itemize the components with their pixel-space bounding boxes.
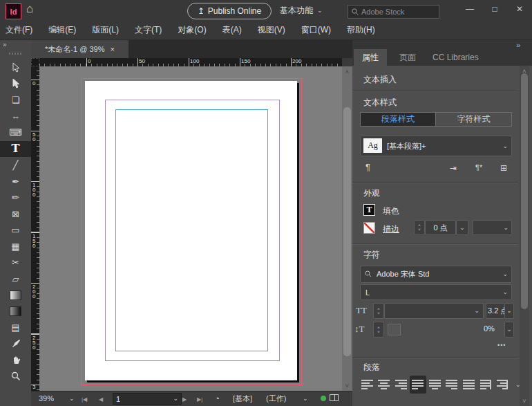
justify-last-left-button[interactable] — [410, 376, 427, 394]
selection-tool[interactable] — [0, 59, 31, 76]
tools-panel-grip[interactable] — [9, 53, 22, 55]
first-page-button[interactable]: |◀ — [82, 396, 87, 404]
preflight-chevron-icon[interactable]: ⌄ — [303, 396, 308, 402]
stroke-label[interactable]: 描边 — [383, 223, 399, 235]
scale-stepper[interactable]: ˄˅ — [373, 322, 384, 338]
tab-properties[interactable]: 属性 — [354, 49, 387, 66]
horizontal-ruler[interactable]: 0 50 100 150 200 — [39, 58, 342, 66]
zoom-level-value[interactable]: 39% — [39, 394, 54, 403]
hand-tool[interactable] — [0, 352, 31, 369]
scroll-up-icon[interactable]: ˄ — [345, 68, 349, 75]
grid-tool[interactable]: ▦ — [0, 239, 31, 255]
page-number-field[interactable]: 1 ⌄ — [113, 393, 182, 405]
preflight-profile[interactable]: [基本] — [233, 394, 252, 403]
page-tool[interactable]: ❏ — [0, 92, 31, 109]
gradient-swatch-tool[interactable] — [0, 287, 31, 304]
scissors-tool[interactable]: ✂ — [0, 255, 31, 271]
scroll-down-icon[interactable]: ˅ — [345, 382, 349, 389]
scale-chevron-button[interactable]: ⌄ — [504, 322, 514, 338]
pencil-tool[interactable]: ✏ — [0, 190, 31, 206]
align-left-button[interactable] — [359, 376, 376, 394]
leading-field[interactable]: 3.2 点 — [486, 303, 504, 319]
align-center-button[interactable] — [376, 376, 393, 394]
type-tool[interactable]: T — [0, 141, 31, 158]
preflight-gauge-icon[interactable]: ◔ — [215, 394, 220, 403]
stroke-weight-dropdown[interactable]: ⌄ — [456, 220, 468, 235]
menu-layout[interactable]: 版面(L) — [92, 24, 119, 36]
workspace-switcher[interactable]: 基本功能 ⌄ — [280, 5, 323, 17]
eyedropper-tool[interactable] — [0, 336, 31, 353]
paragraph-style-dropdown[interactable]: ⌄ [基本段落]+ — [360, 136, 512, 156]
tools-panel-expand-icon[interactable]: » — [3, 41, 7, 48]
note-tool[interactable]: ▤ — [0, 320, 31, 336]
next-page-button[interactable]: ▶ — [182, 396, 187, 404]
stroke-color-swatch[interactable] — [363, 222, 375, 234]
menu-table[interactable]: 表(A) — [222, 24, 242, 36]
publish-online-button[interactable]: ↥ Publish Online — [187, 3, 272, 19]
line-tool[interactable]: ╱ — [0, 157, 31, 174]
panel-scrollbar-thumb[interactable] — [521, 73, 528, 309]
panel-collapse-icon[interactable]: » — [516, 41, 520, 49]
character-more-options[interactable]: ••• — [497, 342, 506, 349]
stroke-weight-stepper[interactable]: ˄˅ — [414, 220, 425, 235]
maximize-button[interactable]: □ — [482, 0, 507, 18]
font-style-dropdown[interactable]: L ⌄ — [360, 284, 512, 300]
menu-window[interactable]: 窗口(W) — [301, 24, 331, 36]
canvas-scrollbar-thumb[interactable] — [343, 107, 351, 356]
paragraph-styles-toggle[interactable]: 段落样式 — [360, 112, 436, 127]
justify-last-center-button[interactable] — [426, 376, 444, 394]
font-family-dropdown[interactable]: Adobe 宋体 Std ⌄ — [360, 266, 512, 283]
stock-search-input[interactable]: Adobe Stock — [348, 5, 439, 19]
zoom-level-chevron-icon[interactable]: ⌄ — [69, 396, 75, 402]
font-size-stepper[interactable]: ˄˅ — [373, 303, 384, 319]
document-tab[interactable]: *未命名-1 @ 39% × — [31, 40, 129, 58]
create-style-icon[interactable]: ⊞ — [500, 163, 507, 173]
free-transform-tool[interactable]: ▱ — [0, 271, 31, 288]
font-size-dropdown[interactable]: ⌄ — [384, 303, 484, 319]
minimize-button[interactable]: — — [457, 0, 482, 18]
apply-next-style-icon[interactable]: ⇥ — [450, 163, 457, 173]
tab-cc-libraries[interactable]: CC Libraries — [424, 49, 487, 66]
menu-type[interactable]: 文字(T) — [135, 24, 162, 36]
zoom-tool[interactable] — [0, 369, 31, 385]
rectangle-tool[interactable]: ▭ — [0, 222, 31, 239]
text-frame[interactable] — [115, 109, 268, 351]
content-collector-tool[interactable]: ⌨ — [0, 124, 31, 141]
gap-tool[interactable]: ⇔ — [0, 109, 31, 125]
menu-object[interactable]: 对象(O) — [178, 24, 206, 36]
align-away-spine-button[interactable] — [494, 376, 511, 394]
align-toward-spine-button[interactable] — [477, 376, 495, 394]
character-styles-toggle[interactable]: 字符样式 — [436, 112, 512, 127]
page-number-chevron-icon[interactable]: ⌄ — [173, 396, 178, 402]
rectangle-frame-tool[interactable]: ⊠ — [0, 206, 31, 223]
spread-view-icon[interactable] — [330, 394, 339, 401]
stroke-type-dropdown[interactable]: ⌄ — [473, 220, 512, 235]
panel-scroll-down-icon[interactable]: ˅ — [522, 398, 526, 405]
scale-option-icon[interactable] — [388, 324, 401, 335]
redefine-style-icon[interactable]: ¶* — [475, 163, 482, 172]
tab-close-icon[interactable]: × — [110, 45, 114, 53]
vertical-ruler[interactable]: 0 50 100 150 200 250 3 — [31, 66, 39, 391]
preflight-state: (工作) — [266, 394, 286, 403]
justify-last-right-button[interactable] — [444, 376, 461, 394]
menu-file[interactable]: 文件(F) — [6, 24, 32, 36]
paragraph-mark-icon[interactable]: ¶ — [365, 162, 370, 172]
close-button[interactable]: ✕ — [507, 0, 532, 18]
ruler-origin-box[interactable] — [31, 58, 39, 66]
stroke-weight-field[interactable]: 0 点 — [425, 220, 456, 235]
leading-chevron-button[interactable]: ⌄ — [504, 303, 514, 319]
h-ruler-label: 100 — [190, 59, 199, 64]
fill-color-swatch[interactable]: T — [363, 204, 375, 216]
home-icon[interactable]: ⌂ — [26, 2, 33, 16]
menu-view[interactable]: 视图(V) — [258, 24, 285, 36]
menu-help[interactable]: 帮助(H) — [347, 24, 375, 36]
last-page-button[interactable]: ▶| — [197, 396, 202, 404]
previous-page-button[interactable]: ◀ — [99, 396, 103, 404]
menu-edit[interactable]: 编辑(E) — [48, 24, 76, 36]
direct-selection-tool[interactable] — [0, 76, 31, 93]
pen-tool[interactable]: ✒ — [0, 174, 31, 190]
justify-all-button[interactable] — [460, 376, 477, 394]
align-right-button[interactable] — [392, 376, 410, 394]
gradient-feather-tool[interactable] — [0, 304, 31, 320]
tab-pages[interactable]: 页面 — [391, 49, 424, 66]
